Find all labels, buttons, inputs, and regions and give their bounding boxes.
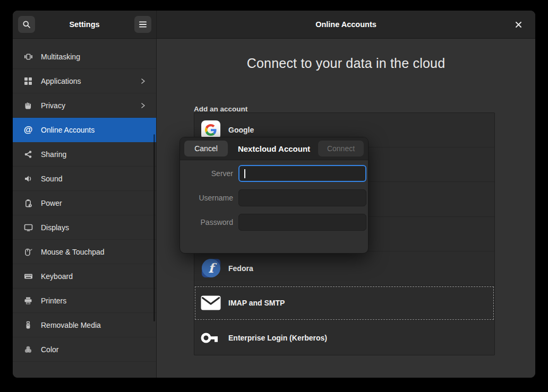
account-row-label: IMAP and SMTP: [228, 299, 285, 307]
privacy-hand-icon: [23, 101, 33, 110]
hamburger-menu-icon: [139, 21, 147, 28]
sidebar-item-multitasking[interactable]: Multitasking: [13, 45, 156, 69]
desktop-background: Settings Online Accounts: [0, 0, 548, 392]
sidebar-item-power[interactable]: Power: [13, 191, 156, 215]
printer-icon: [23, 296, 33, 306]
server-input[interactable]: [238, 165, 366, 182]
page-title: Connect to your data in the cloud: [157, 56, 535, 71]
sidebar-item-label: Removable Media: [41, 321, 147, 329]
sidebar-item-label: Displays: [41, 223, 147, 232]
account-row-imap-smtp[interactable]: IMAP and SMTP: [194, 286, 494, 320]
chevron-right-icon: [139, 102, 147, 109]
key-icon: [201, 328, 221, 348]
sidebar-list: Multitasking Applications Privacy: [13, 45, 156, 362]
applications-grid-icon: [23, 76, 33, 86]
sidebar-item-label: Sound: [41, 175, 147, 183]
monitor-icon: [23, 223, 33, 232]
multitasking-icon: [23, 52, 33, 62]
sidebar: Multitasking Applications Privacy: [13, 39, 156, 378]
account-row-label: Google: [228, 126, 254, 134]
sidebar-item-online-accounts[interactable]: @ Online Accounts: [13, 118, 156, 142]
cancel-button[interactable]: Cancel: [184, 141, 228, 156]
username-field-row: Username: [180, 189, 368, 206]
battery-icon: [23, 198, 33, 208]
sidebar-item-label: Keyboard: [41, 272, 147, 281]
dialog-headerbar: Nextcloud Account Cancel Connect: [180, 137, 368, 160]
nextcloud-account-dialog: Nextcloud Account Cancel Connect Server …: [179, 137, 369, 254]
sidebar-item-color[interactable]: Color: [13, 337, 156, 362]
settings-window: Settings Online Accounts: [13, 11, 535, 378]
add-account-section-label: Add an account: [194, 105, 247, 113]
speaker-icon: [23, 174, 33, 184]
window-title-right: Online Accounts: [157, 11, 535, 38]
chevron-right-icon: [139, 77, 147, 85]
account-row-label: Enterprise Login (Kerberos): [228, 334, 327, 342]
sidebar-item-removable-media[interactable]: Removable Media: [13, 313, 156, 337]
color-circles-icon: [23, 345, 33, 354]
sidebar-item-sharing[interactable]: Sharing: [13, 142, 156, 167]
primary-menu-button[interactable]: [134, 16, 151, 33]
at-symbol-icon: @: [23, 125, 33, 135]
sidebar-item-label: Color: [41, 345, 147, 354]
headerbar-left: Settings: [13, 11, 156, 38]
server-field-row: Server: [180, 165, 368, 182]
close-icon: [515, 21, 522, 28]
sidebar-item-privacy[interactable]: Privacy: [13, 93, 156, 118]
account-row-fedora[interactable]: f Fedora: [194, 251, 494, 286]
envelope-icon: [201, 293, 221, 313]
pane-divider: [156, 11, 157, 378]
server-field-label: Server: [180, 165, 233, 182]
search-icon: [22, 20, 31, 29]
password-field-label: Password: [180, 214, 233, 231]
sidebar-item-label: Multitasking: [41, 53, 147, 61]
sidebar-item-label: Sharing: [41, 150, 147, 159]
close-button[interactable]: [511, 17, 526, 32]
sidebar-item-label: Mouse & Touchpad: [41, 248, 147, 256]
connect-button[interactable]: Connect: [318, 141, 364, 156]
username-field-label: Username: [180, 189, 233, 206]
text-cursor: [244, 169, 245, 178]
sidebar-item-label: Power: [41, 199, 147, 207]
keyboard-icon: [23, 272, 33, 281]
password-input[interactable]: [238, 214, 366, 231]
headerbar-right: Online Accounts: [157, 11, 535, 38]
sidebar-scrollbar[interactable]: [153, 134, 155, 321]
sidebar-item-label: Printers: [41, 297, 147, 305]
headerbar: Settings Online Accounts: [13, 11, 535, 39]
mouse-icon: [23, 247, 33, 257]
account-row-enterprise-login[interactable]: Enterprise Login (Kerberos): [194, 320, 494, 355]
sidebar-item-displays[interactable]: Displays: [13, 215, 156, 240]
sidebar-item-sound[interactable]: Sound: [13, 167, 156, 191]
sidebar-item-label: Applications: [41, 77, 139, 85]
usb-drive-icon: [23, 320, 33, 330]
fedora-logo-icon: f: [201, 258, 221, 278]
sidebar-item-printers[interactable]: Printers: [13, 289, 156, 313]
account-row-label: Fedora: [228, 264, 253, 273]
search-button[interactable]: [18, 16, 35, 33]
share-nodes-icon: [23, 150, 33, 159]
sidebar-item-label: Privacy: [41, 101, 139, 110]
sidebar-item-keyboard[interactable]: Keyboard: [13, 264, 156, 289]
sidebar-item-applications[interactable]: Applications: [13, 69, 156, 93]
password-field-row: Password: [180, 214, 368, 231]
sidebar-item-mouse-touchpad[interactable]: Mouse & Touchpad: [13, 240, 156, 264]
sidebar-item-label: Online Accounts: [41, 126, 147, 134]
username-input[interactable]: [238, 189, 366, 206]
